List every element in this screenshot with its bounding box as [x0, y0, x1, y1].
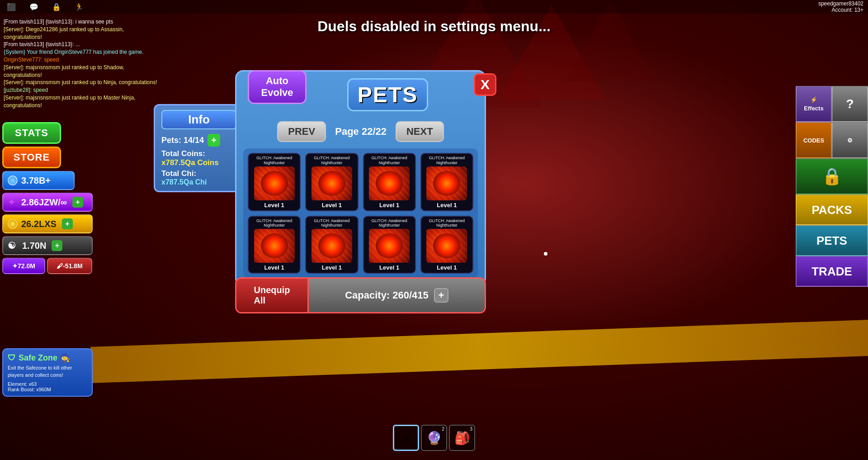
shield-icon: 🛡 — [8, 353, 16, 363]
chat-line: [Server]: majsnsnsmsm just ranked up to … — [4, 94, 164, 109]
gem-icon — [8, 219, 18, 229]
chat-line: [Server]: majsnsnsmsm just ranked up to … — [4, 64, 164, 79]
trade-button[interactable]: TRADE — [796, 256, 868, 287]
pet-image-6 — [311, 229, 352, 263]
chat-line: {System} Your friend OriginSteve777 has … — [4, 48, 164, 56]
pet-level-8: Level 1 — [437, 264, 457, 271]
bottom-bar: UnequipAll Capacity: 260/415 + — [235, 277, 486, 313]
bag-icon: 🎒 — [454, 431, 470, 446]
pet-level-2: Level 1 — [322, 202, 342, 209]
coins-icon — [8, 175, 18, 185]
rank-boost-label: Rank Boost: x960M — [8, 387, 51, 392]
roblox-logo-icon[interactable]: ⬛ — [5, 0, 18, 14]
lock-button[interactable]: 🔒 — [796, 158, 868, 194]
prev-button[interactable]: PREV — [277, 121, 326, 142]
pet-level-3: Level 1 — [379, 202, 399, 209]
stars-stat[interactable]: ✦ 2.86JZW/∞ + — [2, 193, 93, 212]
inventory-slot-1[interactable]: ⚔ — [393, 425, 419, 451]
auto-evolve-button[interactable]: AutoEvolve — [248, 70, 307, 104]
pet-image-5 — [254, 229, 295, 263]
pets-title-box: PETS — [347, 78, 428, 111]
pet-card-5[interactable]: GLITCH: AwakenedNighthunter Level 1 — [248, 216, 301, 274]
top-bar: ⬛ 💬 🔒 🏃 speedgamer83402 Account: 13+ — [0, 0, 868, 14]
total-coins-value: x787.5Qa Coins — [161, 158, 236, 167]
pet-card-4[interactable]: GLITCH: AwakenedNighthunter Level 1 — [420, 153, 473, 211]
inventory-bar: ⚔ 2 🔮 3 🎒 — [393, 425, 475, 451]
pet-level-1: Level 1 — [264, 202, 284, 209]
pet-name-8: GLITCH: AwakenedNighthunter — [429, 218, 465, 228]
coins-stat[interactable]: 3.78B+ — [2, 171, 75, 190]
pets-count-row: Pets: 14/14 + — [161, 134, 236, 147]
pets-button[interactable]: PETS — [796, 225, 868, 256]
gems-stat[interactable]: 26.2LXS + — [2, 214, 93, 233]
next-button[interactable]: NEXT — [396, 121, 444, 142]
pet-image-7 — [369, 229, 410, 263]
character-icon[interactable]: 🏃 — [72, 0, 86, 14]
stats-button[interactable]: STATS — [2, 122, 61, 144]
right-buttons: ⚡ Effects ? CODES ⚙ 🔒 PACKS PETS TRADE — [796, 86, 868, 287]
unequip-label: UnequipAll — [254, 285, 290, 306]
safe-zone-footer: Element: x63 Rank Boost: x960M — [8, 381, 87, 392]
pet-card-6[interactable]: GLITCH: AwakenedNighthunter Level 1 — [305, 216, 358, 274]
question-button[interactable]: ? — [832, 86, 868, 122]
pet-card-3[interactable]: GLITCH: AwakenedNighthunter Level 1 — [363, 153, 416, 211]
pets-title: PETS — [358, 83, 418, 107]
packs-button[interactable]: PACKS — [796, 194, 868, 225]
pet-card-8[interactable]: GLITCH: AwakenedNighthunter Level 1 — [420, 216, 473, 274]
pet-grid: GLITCH: AwakenedNighthunter Level 1 GLIT… — [243, 148, 478, 278]
pets-count-label: Pets: 14/14 — [161, 136, 204, 145]
pet-image-3 — [369, 166, 410, 200]
yin-plus-btn[interactable]: + — [52, 240, 62, 251]
stars-value: 2.86JZW/∞ — [21, 197, 67, 208]
store-button[interactable]: STORE — [2, 147, 61, 168]
username-area: speedgamer83402 Account: 13+ — [818, 0, 863, 13]
yin-value: 1.70N — [22, 241, 46, 251]
bottom-stats: ✦ 72.0M 🖌 -51.8M — [2, 258, 93, 274]
total-chi-label: Total Chi: — [161, 169, 236, 178]
pet-level-7: Level 1 — [379, 264, 399, 271]
chat-icon[interactable]: 💬 — [27, 0, 41, 14]
account-level: Account: 13+ — [818, 7, 863, 13]
pets-count-plus-btn[interactable]: + — [208, 134, 220, 147]
pet-image-2 — [311, 166, 352, 200]
pet-name-7: GLITCH: AwakenedNighthunter — [371, 218, 407, 228]
capacity-plus-button[interactable]: + — [434, 288, 448, 303]
stars-plus-btn[interactable]: + — [72, 197, 83, 208]
safe-zone-description: Exit the Safezone to kill other players … — [8, 365, 87, 379]
inventory-icon[interactable]: 🔒 — [50, 0, 63, 14]
yin-icon: ☯ — [8, 240, 19, 251]
chat-area: [From tavish113] {tavish113}: i wanna se… — [0, 16, 167, 112]
pet-card-2[interactable]: GLITCH: AwakenedNighthunter Level 1 — [305, 153, 358, 211]
inventory-slot-2[interactable]: 2 🔮 — [421, 425, 447, 451]
inventory-slot-3[interactable]: 3 🎒 — [449, 425, 475, 451]
codes-button[interactable]: CODES — [796, 122, 832, 158]
left-stats: 3.78B+ ✦ 2.86JZW/∞ + 26.2LXS + ☯ 1.70N +… — [2, 171, 93, 274]
pet-level-5: Level 1 — [264, 264, 284, 271]
pet-name-3: GLITCH: AwakenedNighthunter — [371, 156, 407, 166]
pet-name-5: GLITCH: AwakenedNighthunter — [256, 218, 292, 228]
unequip-all-button[interactable]: UnequipAll — [236, 279, 309, 312]
effects-label: Effects — [804, 105, 823, 112]
info-panel: Info Pets: 14/14 + Total Coins: x787.5Qa… — [154, 104, 244, 192]
yin-stat[interactable]: ☯ 1.70N + — [2, 236, 93, 255]
stars-icon: ✦ — [8, 197, 18, 207]
pet-card-1[interactable]: GLITCH: AwakenedNighthunter Level 1 — [248, 153, 301, 211]
username: speedgamer83402 — [818, 0, 863, 7]
safe-zone-title: 🛡 Safe Zone 🧙 — [8, 353, 87, 363]
sword-icon: ⚔ — [401, 431, 412, 446]
pet-name-6: GLITCH: AwakenedNighthunter — [314, 218, 349, 228]
page-info: Page 22/22 — [335, 126, 387, 138]
chat-line: [From tavish113] {tavish113}: i wanna se… — [4, 18, 164, 26]
gems-plus-btn[interactable]: + — [62, 218, 73, 229]
close-button[interactable]: X — [474, 73, 496, 96]
pet-card-7[interactable]: GLITCH: AwakenedNighthunter Level 1 — [363, 216, 416, 274]
pet-image-4 — [426, 166, 467, 200]
settings-button[interactable]: ⚙ — [832, 122, 868, 158]
red-stat[interactable]: 🖌 -51.8M — [47, 258, 92, 274]
auto-evolve-label: AutoEvolve — [261, 75, 293, 98]
orb-icon: 🔮 — [426, 431, 442, 446]
pet-image-1 — [254, 166, 295, 200]
effects-button[interactable]: ⚡ Effects — [796, 86, 832, 122]
chat-line: [juztube28]: speed — [4, 86, 164, 94]
purple-stat[interactable]: ✦ 72.0M — [2, 258, 45, 274]
